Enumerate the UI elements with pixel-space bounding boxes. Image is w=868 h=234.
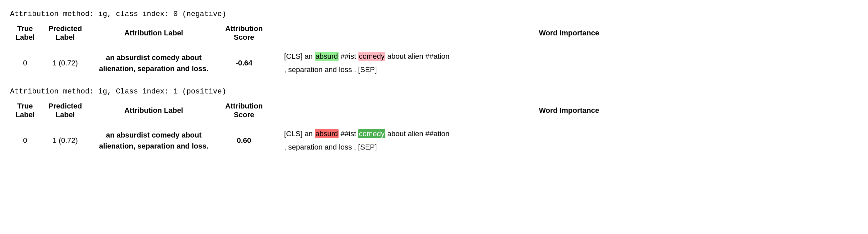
header-pred-label-1: Predicted Label: [40, 21, 90, 45]
absurd-highlight-1: absurd: [315, 52, 339, 61]
cell-attr-label-1: an absurdist comedy about alienation, se…: [90, 45, 217, 81]
table-row-2: 0 1 (0.72) an absurdist comedy about ali…: [10, 123, 858, 158]
wi1-line1: [CLS] an absurd ##ist comedy about alien…: [284, 52, 450, 61]
header-attr-score-1: Attribution Score: [217, 21, 271, 45]
header-true-label-2: True Label: [10, 98, 40, 123]
header-word-imp-1: Word Importance: [271, 21, 858, 45]
wi2-line2: , separation and loss . [SEP]: [284, 143, 377, 151]
comedy-highlight-2: comedy: [358, 129, 385, 138]
header-true-label-1: True Label: [10, 21, 40, 45]
header-pred-label-2: Predicted Label: [40, 98, 90, 123]
section2: Attribution method: ig, Class index: 1 (…: [10, 88, 858, 158]
cell-pred-label-2: 1 (0.72): [40, 123, 90, 158]
cell-attr-score-1: -0.64: [217, 45, 271, 81]
table-row-1: 0 1 (0.72) an absurdist comedy about ali…: [10, 45, 858, 81]
cell-word-imp-2: [CLS] an absurd ##ist comedy about alien…: [271, 123, 858, 158]
wi1-line2: , separation and loss . [SEP]: [284, 65, 377, 74]
method-label-2: Attribution method: ig, Class index: 1 (…: [10, 88, 858, 96]
comedy-highlight-1: comedy: [358, 52, 385, 61]
attr-label-text-2: an absurdist comedy about alienation, se…: [94, 130, 213, 152]
header-attr-label-2: Attribution Label: [90, 98, 217, 123]
word-importance-2: [CLS] an absurd ##ist comedy about alien…: [284, 127, 854, 154]
header-word-imp-2: Word Importance: [271, 98, 858, 123]
cell-true-label-2: 0: [10, 123, 40, 158]
word-importance-1: [CLS] an absurd ##ist comedy about alien…: [284, 50, 854, 76]
cell-word-imp-1: [CLS] an absurd ##ist comedy about alien…: [271, 45, 858, 81]
absurd-highlight-2: absurd: [315, 129, 339, 138]
section1: Attribution method: ig, class index: 0 (…: [10, 10, 858, 81]
cell-attr-label-2: an absurdist comedy about alienation, se…: [90, 123, 217, 158]
attr-label-text-1: an absurdist comedy about alienation, se…: [94, 52, 213, 74]
cell-true-label-1: 0: [10, 45, 40, 81]
cell-pred-label-1: 1 (0.72): [40, 45, 90, 81]
method-label-1: Attribution method: ig, class index: 0 (…: [10, 10, 858, 19]
wi2-line1: [CLS] an absurd ##ist comedy about alien…: [284, 129, 450, 138]
header-attr-label-1: Attribution Label: [90, 21, 217, 45]
table-2: True Label Predicted Label Attribution L…: [10, 98, 858, 158]
header-attr-score-2: Attribution Score: [217, 98, 271, 123]
table-1: True Label Predicted Label Attribution L…: [10, 21, 858, 81]
cell-attr-score-2: 0.60: [217, 123, 271, 158]
